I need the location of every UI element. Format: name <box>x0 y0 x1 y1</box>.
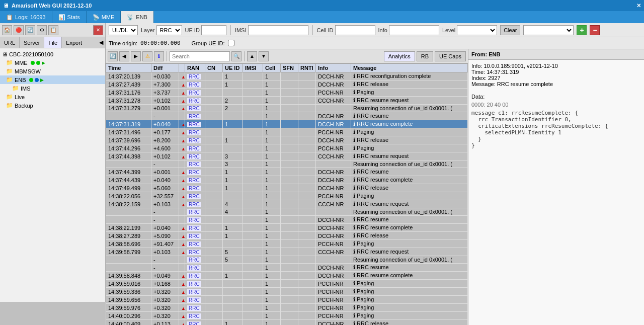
analytics-button[interactable]: Analytics <box>384 51 415 61</box>
left-close-btn[interactable]: ✕ <box>93 25 103 35</box>
left-btn-1[interactable]: 🏠 <box>2 25 12 35</box>
table-row[interactable]: 14:39:58.799+0.103▲RRC51CCCH-NRℹ RRC res… <box>106 248 468 256</box>
table-row[interactable]: 14:39:58.848+0.049▲RRC11DCCH-NRℹ RRC res… <box>106 272 468 280</box>
ueid-label: UE ID <box>185 27 200 33</box>
cellid-input[interactable] <box>335 25 375 35</box>
table-row[interactable]: 14:37:31.279+0.001▲RRC21Resuming connect… <box>106 105 468 112</box>
table-row[interactable]: 14:39:59.336+0.320▲RRC1PCCH-NRℹ Paging <box>106 288 468 296</box>
ue-caps-button[interactable]: UE Caps <box>435 51 466 61</box>
url-tab[interactable]: URL <box>0 37 20 48</box>
table-row[interactable]: 14:39:59.656+0.320▲RRC1PCCH-NRℹ Paging <box>106 296 468 304</box>
tree-item-enb[interactable]: 📁 ENB ▶ <box>0 75 105 84</box>
add-filter-button[interactable]: + <box>577 25 587 35</box>
tab-enb[interactable]: 📡 ENB <box>121 11 154 23</box>
table-row[interactable]: 14:37:20.139+0.030▲RRC11DCCH-NRℹ RRC rec… <box>106 72 468 80</box>
sidebar-toggle[interactable]: ◀ <box>97 37 105 48</box>
left-btn-2[interactable]: 🔴 <box>14 25 24 35</box>
log-table-body: 14:37:20.139+0.030▲RRC11DCCH-NRℹ RRC rec… <box>106 72 468 326</box>
left-btn-5[interactable]: 📋 <box>48 25 58 35</box>
layer-select[interactable]: RRC MAC RLC <box>156 25 182 35</box>
tree-item-live[interactable]: 📁 Live <box>0 93 105 101</box>
nav-up-btn[interactable]: ▲ <box>247 51 257 61</box>
table-row[interactable]: -RRC31Resuming connection of ue_id 0x000… <box>106 160 468 168</box>
mode-filter: UL/DL UL DL <box>109 25 138 35</box>
left-btn-4[interactable]: ⚙ <box>37 25 47 35</box>
table-row[interactable]: 14:39:59.976+0.320▲RRC1PCCH-NRℹ Paging <box>106 304 468 312</box>
table-row[interactable]: 14:37:44.439+0.040▲RRC11DCCH-NRℹ RRC res… <box>106 176 468 184</box>
search-input[interactable] <box>170 51 230 61</box>
mode-select[interactable]: UL/DL UL DL <box>109 25 138 35</box>
remove-filter-button[interactable]: − <box>590 25 600 35</box>
folder-icon-mbms: 📁 <box>6 68 13 74</box>
left-btn-3[interactable]: 🔄 <box>25 25 35 35</box>
stats-icon: 📊 <box>58 14 65 21</box>
table-row[interactable]: 14:37:39.696+8.200▲RRC11DCCH-NRℹ RRC rel… <box>106 136 468 144</box>
level-select[interactable] <box>457 25 497 35</box>
table-row[interactable]: 14:40:00.409+0.113▲RRC11DCCH-NRℹ RRC rel… <box>106 320 468 326</box>
table-row[interactable]: 14:39:59.016+0.168▲RRC1PCCH-NRℹ Paging <box>106 280 468 288</box>
log-next-btn[interactable]: ▶ <box>131 51 141 61</box>
group-ue-checkbox[interactable] <box>228 40 234 46</box>
table-row[interactable]: -RRC1DCCH-NRℹ RRC resume <box>106 216 468 224</box>
log-table: Time Diff RAN CN UE ID IMSI Cell SFN <box>106 63 468 325</box>
table-row[interactable]: -RRC41Resuming connection of ue_id 0x000… <box>106 208 468 216</box>
table-row[interactable]: 14:40:00.296+0.320▲RRC1PCCH-NRℹ Paging <box>106 312 468 320</box>
table-row[interactable]: 14:38:22.199+0.040▲RRC11DCCH-NRℹ RRC res… <box>106 224 468 232</box>
info-line-2: Index: 2927 <box>471 75 641 81</box>
col-message: Message <box>351 64 468 72</box>
tree-item-cbc[interactable]: 🖥 CBC-2021050100 <box>0 50 105 58</box>
col-ueid: UE ID <box>223 64 243 72</box>
table-row[interactable]: 14:37:31.496+0.177▲RRC1PCCH-NRℹ Paging <box>106 128 468 136</box>
table-row[interactable]: 14:37:44.398+0.102▲RRC31CCCH-NRℹ RRC res… <box>106 152 468 160</box>
table-row[interactable]: 14:37:44.399+0.001▲RRC11DCCH-NRℹ RRC res… <box>106 168 468 176</box>
table-row[interactable]: 14:37:31.319+0.040▲RRC11DCCH-NRℹ RRC res… <box>106 120 468 128</box>
time-origin-value: 00:00:00.000 <box>140 40 180 46</box>
close-icon[interactable]: ✕ <box>636 3 641 9</box>
tree-item-ims[interactable]: 📁 IMS <box>0 84 105 93</box>
tab-stats[interactable]: 📊 Stats <box>52 11 87 23</box>
nav-down-btn[interactable]: ▼ <box>259 51 269 61</box>
server-tab[interactable]: Server <box>20 37 44 48</box>
play-icon: ▶ <box>42 60 45 65</box>
log-refresh-btn[interactable]: 🔄 <box>108 51 118 61</box>
info-value-0: 10.0.0.185:9001, v2021-12-10 <box>484 63 557 69</box>
search-icon[interactable]: 🔍 <box>231 51 242 61</box>
table-row[interactable]: 14:38:22.056+32.557▲RRC1PCCH-NRℹ Paging <box>106 192 468 200</box>
tab-logs[interactable]: 📋 Logs: 16093 <box>0 11 52 23</box>
time-origin-label: Time origin: <box>109 40 137 46</box>
filter-preset-select[interactable] <box>523 25 574 35</box>
table-row[interactable]: -RRC51Resuming connection of ue_id 0x000… <box>106 256 468 264</box>
table-row[interactable]: -RRC1DCCH-NRℹ RRC resume <box>106 112 468 120</box>
table-row[interactable]: 14:38:27.289+5.090▲RRC11DCCH-NRℹ RRC rel… <box>106 232 468 240</box>
table-row[interactable]: 14:38:22.159+0.103▲RRC41CCCH-NRℹ RRC res… <box>106 200 468 208</box>
table-row[interactable]: 14:37:27.439+7.300▲RRC11DCCH-NRℹ RRC rel… <box>106 80 468 89</box>
table-row[interactable]: -RRC1DCCH-NRℹ RRC resume <box>106 264 468 272</box>
tree-item-backup[interactable]: 📁 Backup <box>0 101 105 110</box>
table-row[interactable]: 14:37:44.296+4.600▲RRC1PCCH-NRℹ Paging <box>106 144 468 152</box>
clear-button[interactable]: Clear <box>500 25 520 35</box>
table-row[interactable]: 14:38:58.696+91.407▲RRC1PCCH-NRℹ Paging <box>106 240 468 248</box>
log-info-btn[interactable]: ℹ <box>154 51 164 61</box>
imsi-filter: IMSI <box>235 25 308 35</box>
col-cn: CN <box>205 64 223 72</box>
info-input[interactable] <box>389 25 439 35</box>
log-warn-btn[interactable]: ⚠ <box>142 51 152 61</box>
rb-button[interactable]: RB <box>417 51 433 61</box>
file-tab[interactable]: File <box>44 37 62 48</box>
tab-mme[interactable]: 📡 MME <box>87 11 121 23</box>
imsi-input[interactable] <box>248 25 308 35</box>
enb-dot-blue <box>35 78 39 82</box>
ueid-input[interactable] <box>201 25 226 35</box>
tree-item-mbmsgw[interactable]: 📁 MBMSGW <box>0 67 105 75</box>
right-panel-header: From: ENB <box>468 49 644 60</box>
table-row[interactable]: 14:37:31.176+3.737▲RRC1PCCH-NRℹ Paging <box>106 89 468 97</box>
info-line-3: Message: RRC resume complete <box>471 81 641 87</box>
info-label-0: Info: <box>471 63 482 69</box>
tabbar: 📋 Logs: 16093 📊 Stats 📡 MME 📡 ENB <box>0 11 644 23</box>
tree-item-mme[interactable]: 📁 MME ▶ <box>0 58 105 67</box>
log-prev-btn[interactable]: ◀ <box>119 51 129 61</box>
table-row[interactable]: 14:37:49.499+5.060▲RRC11DCCH-NRℹ RRC rel… <box>106 184 468 192</box>
export-btn[interactable]: Export <box>62 37 86 48</box>
table-row[interactable]: 14:37:31.278+0.102▲RRC21CCCH-NRℹ RRC res… <box>106 97 468 105</box>
col-dir <box>179 64 185 72</box>
